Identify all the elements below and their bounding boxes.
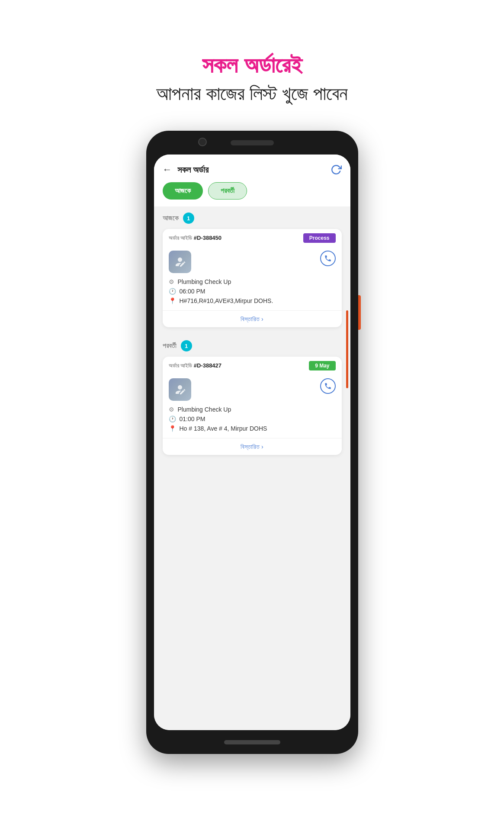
card2-header: অর্ডার আইডি #D-388427 9 May (163, 357, 342, 375)
order2-id: অর্ডার আইডি #D-388427 (169, 362, 222, 369)
section-today-badge: 1 (183, 213, 194, 224)
tab-next[interactable]: পরবর্তী (208, 182, 247, 200)
headline-subtitle: আপনার কাজের লিস্ট খুজে পাবেন (156, 83, 348, 105)
section-today-header: আজকে 1 (163, 213, 342, 224)
order-card-2: অর্ডার আইডি #D-388427 9 May (163, 357, 342, 455)
header-title: সকল অর্ডার (177, 165, 209, 175)
app-content: ← সকল অর্ডার আজকে পরবর্তী আজকে (154, 155, 350, 730)
order1-time: 06:00 PM (180, 288, 205, 295)
card1-body (163, 247, 342, 276)
section-next-badge: 1 (181, 340, 192, 351)
app-header: ← সকল অর্ডার (154, 155, 350, 182)
order-card-1: অর্ডার আইডি #D-388450 Process (163, 229, 342, 327)
order2-date-badge: 9 May (309, 361, 335, 370)
order2-service-image (169, 378, 191, 401)
top-text-block: সকল অর্ডারেই আপনার কাজের লিস্ট খুজে পাবে… (156, 52, 348, 105)
card1-header: অর্ডার আইডি #D-388450 Process (163, 229, 342, 247)
refresh-icon[interactable] (331, 164, 342, 175)
card2-footer: বিস্তারিত › (163, 438, 342, 455)
location-icon: 📍 (169, 297, 176, 304)
phone-screen: ← সকল অর্ডার আজকে পরবর্তী আজকে (154, 155, 350, 730)
card1-footer: বিস্তারিত › (163, 310, 342, 327)
order1-status: Process (303, 233, 336, 243)
phone-side-button (358, 295, 361, 330)
order1-image-placeholder (169, 251, 191, 273)
section-next-header: পরবর্তী 1 (163, 340, 342, 351)
order1-address: H#716,R#10,AVE#3,Mirpur DOHS. (180, 297, 273, 304)
order2-address: Ho # 138, Ave # 4, Mirpur DOHS (180, 425, 267, 432)
card1-info: ⚙ Plumbing Check Up 🕐 06:00 PM 📍 H#716,R… (163, 276, 342, 310)
order2-details-link[interactable]: বিস্তারিত › (241, 443, 263, 450)
tab-today[interactable]: আজকে (163, 182, 203, 200)
order1-service-image (169, 251, 191, 273)
order2-time: 01:00 PM (180, 416, 205, 422)
back-button[interactable]: ← (163, 164, 172, 175)
section-today: আজকে 1 অর্ডার আইডি #D-388450 Process (154, 206, 350, 331)
clock-icon-2: 🕐 (169, 416, 176, 422)
phone-speaker (231, 140, 274, 145)
order1-details-link[interactable]: বিস্তারিত › (241, 316, 263, 322)
order2-service-name: Plumbing Check Up (178, 406, 231, 413)
location-icon-2: 📍 (169, 425, 176, 432)
order1-address-row: 📍 H#716,R#10,AVE#3,Mirpur DOHS. (169, 297, 336, 304)
card2-info: ⚙ Plumbing Check Up 🕐 01:00 PM 📍 Ho # 13… (163, 403, 342, 438)
clock-icon: 🕐 (169, 288, 176, 295)
card2-body (163, 375, 342, 403)
order1-call-button[interactable] (320, 251, 336, 266)
section-next: পরবর্তী 1 অর্ডার আইডি #D-388427 9 May (154, 334, 350, 458)
section-next-label: পরবর্তী (163, 342, 177, 350)
order1-id: অর্ডার আইডি #D-388450 (169, 235, 222, 242)
scrollbar-indicator (346, 310, 348, 388)
headline-highlight: সকল অর্ডারেই (156, 52, 348, 78)
header-left: ← সকল অর্ডার (163, 164, 209, 175)
order1-time-row: 🕐 06:00 PM (169, 288, 336, 295)
order2-address-row: 📍 Ho # 138, Ave # 4, Mirpur DOHS (169, 425, 336, 432)
order2-image-placeholder (169, 378, 191, 401)
tabs-row: আজকে পরবর্তী (154, 182, 350, 206)
phone-bottom-bar (224, 740, 280, 744)
phone-mockup: ← সকল অর্ডার আজকে পরবর্তী আজকে (146, 131, 358, 758)
order1-service-name: Plumbing Check Up (178, 278, 231, 285)
order1-service-row: ⚙ Plumbing Check Up (169, 278, 336, 285)
phone-body: ← সকল অর্ডার আজকে পরবর্তী আজকে (146, 131, 358, 754)
order2-time-row: 🕐 01:00 PM (169, 416, 336, 422)
order2-call-button[interactable] (320, 378, 336, 394)
order2-service-row: ⚙ Plumbing Check Up (169, 406, 336, 413)
gear-icon-2: ⚙ (169, 406, 174, 413)
gear-icon: ⚙ (169, 278, 174, 285)
section-today-label: আজকে (163, 214, 179, 222)
phone-camera (198, 138, 207, 146)
